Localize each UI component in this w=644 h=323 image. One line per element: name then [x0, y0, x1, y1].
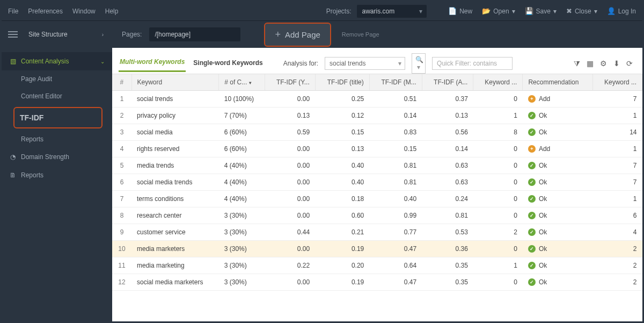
col-tfidf-m[interactable]: TF-IDF (M... — [369, 74, 422, 91]
cell-tfidf-y: 0.00 — [265, 241, 315, 257]
col-recommendation[interactable]: Recommendation — [523, 74, 593, 91]
menu-preferences[interactable]: Preferences — [28, 8, 63, 15]
add-page-button[interactable]: + Add Page — [264, 23, 331, 47]
cell-count: 10 (100%) — [219, 91, 265, 107]
chevron-down-icon: ▾ — [553, 8, 557, 15]
remove-page-link[interactable]: Remove Page — [342, 31, 379, 38]
table-row[interactable]: 1social trends10 (100%)0.000.250.510.370… — [112, 91, 642, 107]
row-number: 11 — [112, 257, 131, 274]
filter-icon[interactable]: ⧩ — [574, 59, 580, 68]
cell-count: 3 (30%) — [219, 207, 265, 224]
menu-file[interactable]: File — [8, 8, 18, 15]
table-row[interactable]: 11media marketing3 (30%)0.220.200.640.35… — [112, 257, 642, 274]
plus-icon: + — [528, 145, 536, 153]
cell-tfidf-m: 0.81 — [369, 174, 422, 191]
table-row[interactable]: 6social media trends4 (40%)0.000.400.810… — [112, 174, 642, 191]
row-number: 10 — [112, 241, 131, 257]
check-icon: ✓ — [528, 212, 536, 219]
login-button[interactable]: 👤Log In — [607, 7, 636, 15]
disk-icon: 💾 — [525, 7, 533, 15]
open-button[interactable]: 📂Open▾ — [482, 7, 515, 15]
cell-kw: 2 — [473, 224, 523, 241]
cell-kw2: 1 — [592, 141, 642, 157]
sidebar-global-reports[interactable]: 🗎 Reports — [2, 166, 112, 184]
cell-tfidf-y: 0.00 — [265, 207, 315, 224]
hamburger-icon[interactable] — [8, 31, 18, 38]
quick-filter-input[interactable]: Quick Filter: contains — [432, 57, 513, 70]
cell-tfidf-title: 0.12 — [315, 107, 369, 124]
gauge-icon: ◔ — [9, 153, 17, 161]
cell-tfidf-title: 0.21 — [315, 224, 369, 241]
gear-icon[interactable]: ⚙ — [600, 59, 607, 68]
cell-kw2: 14 — [592, 124, 642, 141]
search-button[interactable]: 🔍 ▾ — [412, 53, 426, 74]
menu-window[interactable]: Window — [72, 8, 96, 15]
sidebar-page-audit[interactable]: Page Audit — [2, 70, 112, 88]
download-icon[interactable]: ⬇ — [613, 59, 620, 68]
sidebar-content-editor[interactable]: Content Editor — [2, 88, 112, 105]
table-row[interactable]: 8research center3 (30%)0.000.600.990.810… — [112, 207, 642, 224]
document-icon: 🗎 — [9, 171, 17, 179]
col-keyword[interactable]: Keyword — [131, 74, 219, 91]
table-row[interactable]: 4rights reserved6 (60%)0.000.130.150.140… — [112, 141, 642, 157]
cell-kw2: 2 — [592, 241, 642, 257]
row-number: 5 — [112, 157, 131, 174]
sidebar-tfidf[interactable]: TF-IDF — [13, 107, 103, 128]
cell-tfidf-a: 0.36 — [422, 241, 473, 257]
cell-tfidf-y: 0.00 — [265, 191, 315, 207]
cell-keyword: social media trends — [131, 174, 219, 191]
cell-tfidf-m: 0.81 — [369, 157, 422, 174]
projects-dropdown[interactable]: awaris.com — [357, 5, 427, 18]
cell-kw2: 2 — [592, 274, 642, 291]
col-number[interactable]: # — [112, 74, 131, 91]
cell-tfidf-title: 0.25 — [315, 91, 369, 107]
cell-tfidf-m: 0.64 — [369, 257, 422, 274]
row-number: 1 — [112, 91, 131, 107]
cell-recommendation: ✓Ok — [523, 257, 593, 274]
check-icon: ✓ — [528, 228, 536, 236]
table-row[interactable]: 5media trends4 (40%)0.000.400.810.630✓Ok… — [112, 157, 642, 174]
row-number: 2 — [112, 107, 131, 124]
tab-single-word[interactable]: Single-word Keywords — [192, 56, 264, 71]
grid-icon[interactable]: ▦ — [587, 59, 594, 68]
table-row[interactable]: 7terms conditions4 (40%)0.000.180.400.24… — [112, 191, 642, 207]
table-row[interactable]: 10media marketers3 (30%)0.000.190.470.36… — [112, 241, 642, 257]
cell-keyword: media marketing — [131, 257, 219, 274]
col-keyword-2[interactable]: Keyword ... — [592, 74, 642, 91]
pages-label: Pages: — [122, 31, 142, 38]
col-tfidf-title[interactable]: TF-IDF (title) — [315, 74, 369, 91]
table-row[interactable]: 3social media6 (60%)0.590.150.830.568✓Ok… — [112, 124, 642, 141]
cell-tfidf-m: 0.77 — [369, 224, 422, 241]
cell-recommendation: ✓Ok — [523, 157, 593, 174]
cell-tfidf-title: 0.19 — [315, 274, 369, 291]
sidebar-reports[interactable]: Reports — [2, 131, 112, 148]
analysis-for-select[interactable]: social trends — [325, 57, 405, 70]
cell-count: 3 (30%) — [219, 257, 265, 274]
menu-help[interactable]: Help — [105, 8, 119, 15]
table-row[interactable]: 12social media marketers3 (30%)0.000.190… — [112, 274, 642, 291]
save-button[interactable]: 💾Save▾ — [525, 7, 557, 15]
table-row[interactable]: 9customer service3 (30%)0.440.210.770.53… — [112, 224, 642, 241]
cell-tfidf-y: 0.00 — [265, 157, 315, 174]
cell-recommendation: ✓Ok — [523, 191, 593, 207]
cell-keyword: privacy policy — [131, 107, 219, 124]
col-keyword-count[interactable]: Keyword ... — [473, 74, 523, 91]
cell-kw: 1 — [473, 257, 523, 274]
row-number: 8 — [112, 207, 131, 224]
sidebar-domain-strength[interactable]: ◔ Domain Strength — [2, 148, 112, 166]
new-button[interactable]: 📄New — [448, 7, 472, 15]
check-icon: ✓ — [528, 178, 536, 186]
refresh-icon[interactable]: ⟳ — [626, 59, 633, 68]
tab-multi-word[interactable]: Multi-word Keywords — [119, 55, 186, 72]
site-structure-label[interactable]: Site Structure — [28, 31, 68, 38]
col-tfidf-y[interactable]: TF-IDF (Y... — [265, 74, 315, 91]
cell-recommendation: ✓Ok — [523, 241, 593, 257]
sidebar-content-analysis[interactable]: ▧ Content Analysis ⌄ — [2, 52, 112, 70]
cell-keyword: social media — [131, 124, 219, 141]
table-row[interactable]: 2privacy policy7 (70%)0.130.120.140.131✓… — [112, 107, 642, 124]
cell-count: 4 (40%) — [219, 191, 265, 207]
col-count[interactable]: # of C...▼ — [219, 74, 265, 91]
col-tfidf-a[interactable]: TF-IDF (A... — [422, 74, 473, 91]
pages-input[interactable]: /[homepage] — [149, 27, 240, 41]
close-button[interactable]: ✖Close▾ — [566, 7, 597, 15]
